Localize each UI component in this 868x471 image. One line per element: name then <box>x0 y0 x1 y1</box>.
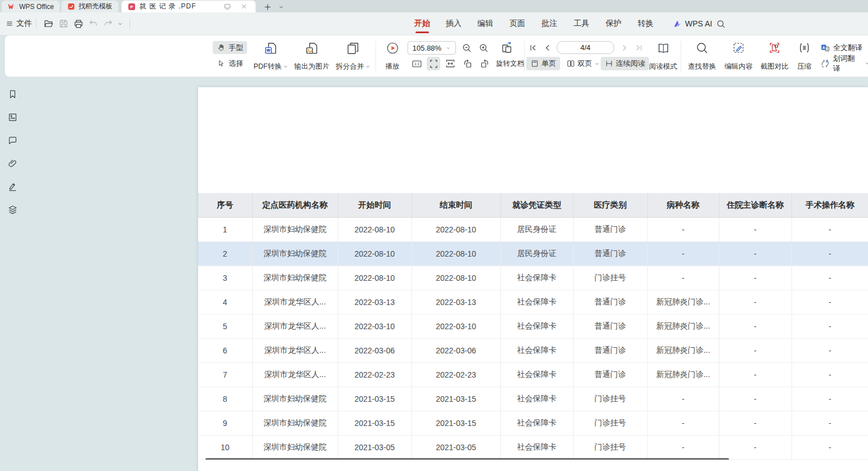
cell-medical-category: 门诊挂号 <box>573 266 647 290</box>
select-tool-button[interactable]: 选择 <box>213 57 247 70</box>
export-image-button[interactable]: 输出为图片 <box>291 40 333 73</box>
split-merge-button[interactable]: 拆分合并 <box>334 40 372 73</box>
thumbnail-panel-button[interactable] <box>7 111 19 123</box>
printer-icon <box>73 19 84 29</box>
menu-comment[interactable]: 批注 <box>542 12 557 35</box>
cell-start-date: 2021-03-05 <box>338 435 411 459</box>
actual-size-button[interactable]: 1:1 <box>410 57 423 70</box>
table-row[interactable]: 8 深圳市妇幼保健院 2021-03-15 2021-03-15 社会保障卡 门… <box>198 387 868 411</box>
close-tab-icon[interactable] <box>239 1 250 12</box>
word-translate-button[interactable]: Ax 划词翻译 <box>819 57 868 70</box>
next-page-button[interactable] <box>618 41 631 55</box>
last-page-button[interactable] <box>632 41 646 55</box>
export-image-icon <box>305 41 319 56</box>
attachment-panel-button[interactable] <box>7 158 19 169</box>
screen-share-icon[interactable] <box>222 1 233 12</box>
previous-page-button[interactable] <box>541 41 554 55</box>
table-row[interactable]: 3 深圳市妇幼保健院 2022-08-10 2022-08-10 社会保障卡 门… <box>198 266 868 290</box>
table-row[interactable]: 2 深圳市妇幼保健院 2022-08-10 2022-08-10 居民身份证 普… <box>198 241 868 266</box>
signature-panel-button[interactable] <box>7 181 19 192</box>
continuous-read-button[interactable]: 连续阅读 <box>601 57 649 70</box>
menu-convert[interactable]: 转换 <box>638 12 654 35</box>
bookmark-panel-button[interactable] <box>7 88 19 100</box>
menu-page[interactable]: 页面 <box>509 12 525 35</box>
cell-index: 1 <box>198 217 252 241</box>
compress-button[interactable]: 压缩 <box>792 40 817 73</box>
menu-insert[interactable]: 插入 <box>446 12 462 35</box>
table-row[interactable]: 9 深圳市妇幼保健院 2021-03-15 2021-03-15 社会保障卡 门… <box>198 411 868 435</box>
redo-icon <box>103 19 113 29</box>
zoom-out-button[interactable] <box>460 41 473 55</box>
double-page-button[interactable]: 双页 <box>562 57 603 70</box>
menu-protect[interactable]: 保护 <box>606 12 621 35</box>
redo-button[interactable] <box>103 12 113 35</box>
cell-operation-name: - <box>791 362 868 387</box>
single-page-button[interactable]: 单页 <box>526 57 560 70</box>
full-text-translate-button[interactable]: A文 全文翻译 <box>819 41 863 54</box>
rotate-doc-label[interactable]: 旋转文档 <box>496 59 524 69</box>
layers-panel-button[interactable] <box>7 204 19 216</box>
menu-edit[interactable]: 编辑 <box>477 12 493 35</box>
rotate-right-button[interactable] <box>478 57 491 70</box>
cell-institution: 深圳市龙华区人... <box>252 314 338 338</box>
menu-wps-ai[interactable]: WPS AI <box>673 12 712 35</box>
horizontal-scrollbar[interactable] <box>205 458 729 460</box>
chevron-down-icon <box>446 46 451 51</box>
zoom-in-button[interactable] <box>477 41 490 55</box>
file-menu[interactable]: 文件 <box>6 12 32 35</box>
table-header-cell: 住院主诊断名称 <box>719 193 791 217</box>
table-header-cell: 定点医药机构名称 <box>252 193 338 217</box>
table-row[interactable]: 10 深圳市妇幼保健院 2021-03-05 2021-03-05 社会保障卡 … <box>198 435 868 459</box>
tab-list-chevron-icon[interactable] <box>276 1 287 12</box>
continuous-read-icon <box>605 59 614 68</box>
comment-panel-button[interactable] <box>7 134 19 146</box>
table-header-cell: 医疗类别 <box>573 193 647 217</box>
play-button[interactable]: 播放 <box>380 40 405 73</box>
edit-content-button[interactable]: 编辑内容 <box>721 40 756 73</box>
cell-disease-name: 新冠肺炎门诊... <box>647 314 719 338</box>
menu-tools[interactable]: 工具 <box>574 12 589 35</box>
table-row[interactable]: 7 深圳市龙华区人... 2022-02-23 2022-02-23 社会保障卡… <box>198 362 868 387</box>
screenshot-compare-button[interactable]: 截图对比 <box>757 40 792 73</box>
edit-content-icon <box>732 41 745 55</box>
read-mode-button[interactable]: 阅读模式 <box>647 40 679 73</box>
cell-institution: 深圳市龙华区人... <box>252 338 338 362</box>
first-page-button[interactable] <box>526 41 540 55</box>
replace-page-button[interactable] <box>499 40 515 56</box>
tab-docer-templates[interactable]: 找稻壳模板 <box>61 1 118 12</box>
tab-wps-office[interactable]: WPS Office <box>2 1 60 12</box>
svg-text:文: 文 <box>826 47 829 50</box>
fit-page-button[interactable] <box>427 57 440 70</box>
pdf-convert-button[interactable]: PDF转换 <box>252 40 290 73</box>
new-tab-button[interactable] <box>262 1 274 12</box>
table-row[interactable]: 5 深圳市龙华区人... 2022-03-10 2022-03-10 社会保障卡… <box>198 314 868 338</box>
undo-history-chevron-icon[interactable] <box>117 12 123 35</box>
fit-width-button[interactable] <box>444 57 457 70</box>
cell-medical-category: 普通门诊 <box>573 338 647 362</box>
cell-institution: 深圳市妇幼保健院 <box>252 411 338 435</box>
menu-home[interactable]: 开始 <box>414 12 430 35</box>
menu-search-button[interactable] <box>716 12 726 35</box>
rotate-left-button[interactable] <box>461 57 475 70</box>
hamburger-icon <box>6 20 14 28</box>
pdf-page[interactable]: 序号定点医药机构名称开始时间结束时间就诊凭证类型医疗类别病种名称住院主诊断名称手… <box>198 87 868 471</box>
page-indicator-box[interactable]: 4/4 <box>557 41 614 54</box>
book-icon <box>656 41 670 55</box>
tab-document-active[interactable]: P 就 医 记 录 .PDF <box>122 1 256 12</box>
zoom-level-combo[interactable]: 105.88% <box>408 41 456 55</box>
save-button[interactable] <box>59 12 69 35</box>
find-replace-button[interactable]: 查找替换 <box>685 40 719 73</box>
cell-diagnosis-name: - <box>719 411 791 435</box>
table-row[interactable]: 6 深圳市龙华区人... 2022-03-06 2022-03-06 社会保障卡… <box>198 338 868 362</box>
cell-end-date: 2022-08-10 <box>411 266 500 290</box>
table-row[interactable]: 1 深圳市妇幼保健院 2022-08-10 2022-08-10 居民身份证 普… <box>198 217 868 241</box>
open-file-button[interactable] <box>43 12 54 35</box>
hand-tool-button[interactable]: 手型 <box>213 41 247 54</box>
cell-disease-name: - <box>647 411 719 435</box>
cell-start-date: 2021-03-15 <box>338 411 411 435</box>
cell-credential-type: 社会保障卡 <box>500 290 573 314</box>
table-row[interactable]: 4 深圳市龙华区人... 2022-03-13 2022-03-13 社会保障卡… <box>198 290 868 314</box>
print-button[interactable] <box>73 12 84 35</box>
undo-button[interactable] <box>88 12 99 35</box>
full-translate-icon: A文 <box>820 43 830 53</box>
